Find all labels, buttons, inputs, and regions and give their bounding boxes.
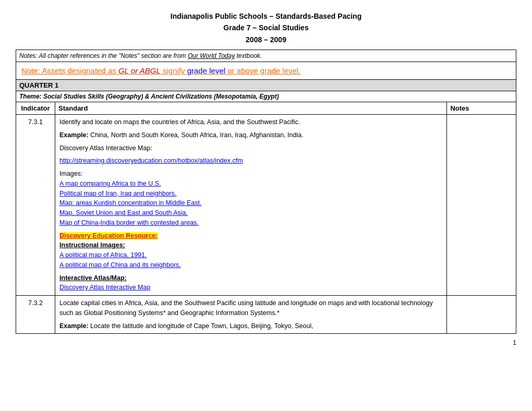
discovery-resource-label: Discovery Education Resource: xyxy=(59,232,158,239)
images-label-block: Images: xyxy=(59,169,442,179)
atlas-link[interactable]: http://streaming.discoveryeducation.com/… xyxy=(59,157,243,164)
notes-text2: textbook. xyxy=(235,52,262,59)
example-label-732: Example: xyxy=(59,322,89,330)
main-text-731: Identify and locate on maps the countrie… xyxy=(59,117,442,127)
theme-row: Theme: Social Studies Skills (Geography)… xyxy=(16,91,516,102)
note-above: above grade level. xyxy=(237,66,301,75)
header-line3: 2008 – 2009 xyxy=(16,34,516,45)
discovery-resource-block: Discovery Education Resource: xyxy=(59,231,442,241)
inst-link-china[interactable]: A political map of China and its neighbo… xyxy=(59,261,181,269)
interactive-atlas-link[interactable]: Discovery Atlas Interactive Map xyxy=(59,284,150,291)
example-text-731: China, North and South Korea, South Afri… xyxy=(89,131,304,139)
indicator-731: 7.3.1 xyxy=(16,115,55,296)
inst-link-africa[interactable]: A political map of Africa, 1991. xyxy=(59,251,147,259)
notes-text: Notes: All chapter references in the "No… xyxy=(19,52,188,59)
grade-level: grade level xyxy=(187,66,225,75)
interactive-atlas-block: Interactive Atlas/Map: xyxy=(59,273,442,283)
inst-link-1: A political map of Africa, 1991. xyxy=(59,250,442,260)
atlas-link-block: http://streaming.discoveryeducation.com/… xyxy=(59,156,442,166)
note-highlight: Note: Assets designated as GL or ABGL si… xyxy=(21,66,300,75)
indicator-732: 7.3.2 xyxy=(16,296,55,334)
notes-731 xyxy=(447,115,516,296)
image-link-3: Map: areas Kurdish concentration in Midd… xyxy=(59,198,442,208)
standard-731: Identify and locate on maps the countrie… xyxy=(55,115,447,296)
atlas-label: Discovery Atlas Interactive Map: xyxy=(59,144,152,152)
example-block-731: Example: China, North and South Korea, S… xyxy=(59,130,442,140)
image-link-soviet[interactable]: Map, Soviet Union and East and South Asi… xyxy=(59,209,188,216)
standard-732: Locate capital cities in Africa, Asia, a… xyxy=(55,296,447,334)
instructional-images-label: Instructional Images: xyxy=(59,241,125,249)
notes-row: Notes: All chapter references in the "No… xyxy=(16,50,516,62)
notes-732 xyxy=(447,296,516,334)
image-link-kurdish[interactable]: Map: areas Kurdish concentration in Midd… xyxy=(59,199,201,207)
image-link-china-india[interactable]: Map of China-India border with contested… xyxy=(59,219,199,226)
image-link-2: Political map of Iran, Iraq and neighbor… xyxy=(59,189,442,199)
quarter-row: QUARTER 1 xyxy=(16,80,516,91)
atlas-label-block: Discovery Atlas Interactive Map: xyxy=(59,143,442,153)
table-row: 7.3.2 Locate capital cities in Africa, A… xyxy=(16,296,516,334)
page-header: Indianapolis Public Schools – Standards-… xyxy=(16,10,516,45)
note-highlight-cell: Note: Assets designated as GL or ABGL si… xyxy=(16,62,516,80)
book-title: Our World Today xyxy=(188,52,235,59)
quarter-cell: QUARTER 1 xyxy=(16,80,516,91)
note-highlight-row: Note: Assets designated as GL or ABGL si… xyxy=(16,62,516,80)
image-link-4: Map, Soviet Union and East and South Asi… xyxy=(59,208,442,218)
images-label: Images: xyxy=(59,170,82,177)
note-middle: signify xyxy=(161,66,187,75)
example-block-732: Example: Locate the latitude and longitu… xyxy=(59,321,442,331)
example-text-732: Locate the latitude and longitude of Cap… xyxy=(89,322,313,330)
interactive-atlas-label: Interactive Atlas/Map: xyxy=(59,274,127,282)
notes-cell: Notes: All chapter references in the "No… xyxy=(16,50,516,62)
example-label-731: Example: xyxy=(59,131,89,139)
notes-header: Notes xyxy=(447,102,516,115)
main-table: Notes: All chapter references in the "No… xyxy=(16,50,516,334)
image-link-iran[interactable]: Political map of Iran, Iraq and neighbor… xyxy=(59,190,176,197)
interactive-atlas-link-block: Discovery Atlas Interactive Map xyxy=(59,283,442,293)
gl-abgl: GL or ABGL xyxy=(118,66,161,75)
main-text-732: Locate capital cities in Africa, Asia, a… xyxy=(59,298,442,318)
standard-header: Standard xyxy=(55,102,447,115)
instructional-images-block: Instructional Images: xyxy=(59,240,442,250)
header-line1: Indianapolis Public Schools – Standards-… xyxy=(16,10,516,22)
image-link-5: Map of China-India border with contested… xyxy=(59,218,442,228)
page-number: 1 xyxy=(16,339,516,346)
image-link-1: A map comparing Africa to the U.S. xyxy=(59,179,442,189)
inst-link-2: A political map of China and its neighbo… xyxy=(59,260,442,270)
column-headers: Indicator Standard Notes xyxy=(16,102,516,115)
indicator-header: Indicator xyxy=(16,102,55,115)
note-or: or xyxy=(225,66,237,75)
note-prefix: Note: Assets designated as xyxy=(21,66,118,75)
image-link-africa[interactable]: A map comparing Africa to the U.S. xyxy=(59,180,161,187)
header-line2: Grade 7 – Social Studies xyxy=(16,22,516,33)
table-row: 7.3.1 Identify and locate on maps the co… xyxy=(16,115,516,296)
theme-cell: Theme: Social Studies Skills (Geography)… xyxy=(16,91,516,102)
